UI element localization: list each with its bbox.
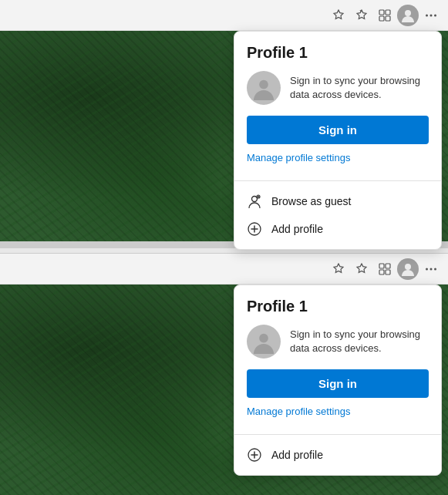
svg-rect-19 xyxy=(386,270,390,274)
more-icon-2[interactable] xyxy=(420,258,442,280)
svg-point-20 xyxy=(405,264,411,270)
svg-point-6 xyxy=(430,14,433,16)
add-profile-label-1: Add profile xyxy=(271,223,323,235)
svg-rect-2 xyxy=(379,16,384,21)
panel-header-2: Profile 1 Sign in to sync your browsing … xyxy=(234,285,441,428)
workspaces-icon[interactable] xyxy=(374,5,396,26)
profile-row-2: Sign in to sync your browsing data acros… xyxy=(247,325,429,359)
svg-point-23 xyxy=(434,268,436,270)
avatar-2 xyxy=(247,325,281,359)
profile-icon-2[interactable] xyxy=(397,258,419,280)
workspaces-icon-2[interactable] xyxy=(374,258,396,280)
svg-rect-0 xyxy=(379,10,384,15)
profile-row-1: Sign in to sync your browsing data acros… xyxy=(247,71,429,105)
avatar-1 xyxy=(247,71,281,105)
guest-icon xyxy=(247,194,262,209)
sign-in-button-1[interactable]: Sign in xyxy=(247,116,429,144)
panel-title-2: Profile 1 xyxy=(247,298,429,315)
browse-as-guest-item[interactable]: Browse as guest xyxy=(234,187,441,215)
divider-1 xyxy=(234,180,441,181)
svg-point-7 xyxy=(434,14,436,16)
svg-point-22 xyxy=(430,268,433,270)
add-profile-label-2: Add profile xyxy=(271,449,323,461)
collections-icon[interactable] xyxy=(351,5,372,26)
profile-desc-2: Sign in to sync your browsing data acros… xyxy=(290,328,429,355)
svg-point-5 xyxy=(426,14,428,16)
favorites-icon-2[interactable] xyxy=(328,258,349,280)
svg-rect-18 xyxy=(379,270,384,274)
toolbar-top xyxy=(0,0,448,31)
toolbar-bottom xyxy=(0,254,448,285)
panel-header-1: Profile 1 Sign in to sync your browsing … xyxy=(234,32,441,174)
manage-profile-link-1[interactable]: Manage profile settings xyxy=(247,152,429,163)
svg-point-8 xyxy=(259,80,268,89)
profile-dropdown-2: Profile 1 Sign in to sync your browsing … xyxy=(234,285,442,476)
svg-rect-3 xyxy=(386,16,390,21)
svg-rect-17 xyxy=(386,264,390,268)
sign-in-button-2[interactable]: Sign in xyxy=(247,369,429,398)
collections-icon-2[interactable] xyxy=(351,258,372,280)
add-profile-icon-1 xyxy=(247,221,262,237)
add-profile-item-2[interactable]: Add profile xyxy=(234,441,441,469)
svg-point-21 xyxy=(426,268,428,270)
profile-icon[interactable] xyxy=(397,5,419,26)
svg-rect-1 xyxy=(386,10,390,15)
profile-desc-1: Sign in to sync your browsing data acros… xyxy=(290,74,429,102)
favorites-icon[interactable] xyxy=(328,5,349,26)
profile-dropdown-1: Profile 1 Sign in to sync your browsing … xyxy=(234,31,442,250)
more-icon[interactable] xyxy=(420,5,442,26)
browse-as-guest-label: Browse as guest xyxy=(271,195,352,207)
add-profile-item-1[interactable]: Add profile xyxy=(234,215,441,243)
add-profile-icon-2 xyxy=(247,447,262,463)
svg-point-4 xyxy=(405,10,411,16)
svg-rect-16 xyxy=(379,264,384,268)
divider-2 xyxy=(234,434,441,435)
svg-point-9 xyxy=(252,197,258,202)
manage-profile-link-2[interactable]: Manage profile settings xyxy=(247,406,429,417)
svg-point-24 xyxy=(259,334,268,343)
panel-title-1: Profile 1 xyxy=(247,44,429,62)
